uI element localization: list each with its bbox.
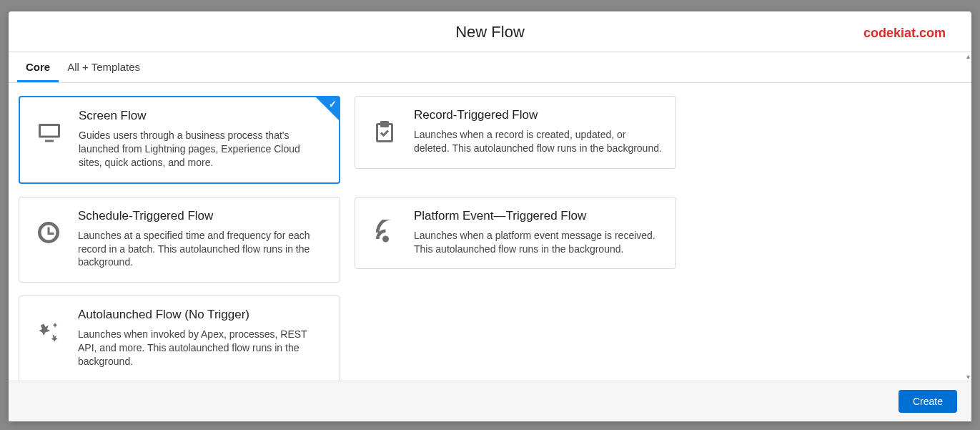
new-flow-modal: New Flow codekiat.com Core All + Templat…	[9, 11, 971, 421]
modal-body: Core All + Templates Screen Flow Guides …	[9, 52, 971, 381]
card-record-triggered[interactable]: Record-Triggered Flow Launches when a re…	[355, 96, 676, 169]
card-desc: Launches when a platform event message i…	[414, 229, 663, 256]
card-title: Autolaunched Flow (No Trigger)	[78, 308, 327, 322]
clock-icon	[32, 216, 65, 249]
card-screen-flow[interactable]: Screen Flow Guides users through a busin…	[19, 96, 340, 184]
card-desc: Launches at a specified time and frequen…	[78, 229, 327, 270]
card-title: Screen Flow	[79, 109, 326, 123]
card-content: Autolaunched Flow (No Trigger) Launches …	[78, 308, 327, 368]
card-content: Screen Flow Guides users through a busin…	[79, 109, 326, 170]
card-desc: Launches when a record is created, updat…	[414, 128, 663, 155]
satellite-icon	[368, 216, 401, 249]
clipboard-icon	[368, 115, 401, 148]
card-content: Schedule-Triggered Flow Launches at a sp…	[78, 209, 327, 270]
card-desc: Launches when invoked by Apex, processes…	[78, 328, 327, 368]
modal-footer: Create	[9, 381, 971, 421]
tabs-bar: Core All + Templates	[9, 52, 971, 83]
monitor-icon	[33, 116, 66, 149]
tab-all-templates[interactable]: All + Templates	[59, 52, 149, 82]
selected-check-icon	[316, 97, 339, 120]
create-button[interactable]: Create	[899, 390, 957, 413]
modal-header: New Flow codekiat.com	[9, 11, 971, 52]
tab-core[interactable]: Core	[17, 52, 59, 82]
card-autolaunched[interactable]: Autolaunched Flow (No Trigger) Launches …	[19, 295, 340, 381]
card-title: Schedule-Triggered Flow	[78, 209, 327, 223]
modal-title: New Flow	[23, 23, 957, 41]
wand-icon	[32, 315, 65, 348]
card-title: Platform Event—Triggered Flow	[414, 209, 663, 223]
card-content: Platform Event—Triggered Flow Launches w…	[414, 209, 663, 256]
card-desc: Guides users through a business process …	[79, 129, 326, 170]
card-title: Record-Triggered Flow	[414, 108, 663, 122]
scrollbar[interactable]	[960, 52, 971, 381]
brand-watermark: codekiat.com	[863, 26, 946, 41]
card-content: Record-Triggered Flow Launches when a re…	[414, 108, 663, 155]
card-schedule-triggered[interactable]: Schedule-Triggered Flow Launches at a sp…	[19, 197, 340, 283]
flow-type-cards: Screen Flow Guides users through a busin…	[9, 83, 971, 381]
card-platform-event[interactable]: Platform Event—Triggered Flow Launches w…	[355, 197, 676, 270]
